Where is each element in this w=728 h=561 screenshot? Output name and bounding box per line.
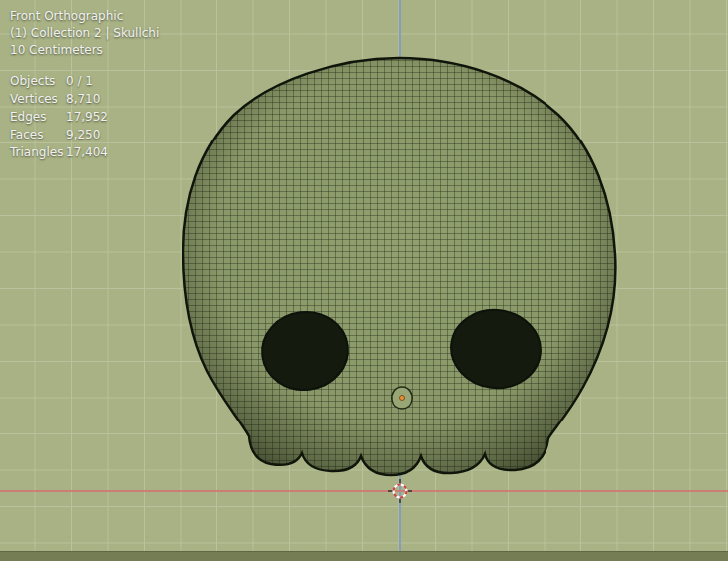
stats-label: Edges: [10, 108, 66, 126]
stats-label: Faces: [10, 126, 66, 143]
grid-scale-label: 10 Centimeters: [10, 42, 159, 59]
object-origin-dot: [400, 396, 405, 401]
stats-value: 17,952: [66, 108, 108, 126]
stats-label: Objects: [10, 72, 66, 90]
active-collection-label: (1) Collection 2 | Skullchi: [10, 25, 159, 42]
stats-value: 0 / 1: [66, 72, 93, 90]
stats-value: 9,250: [66, 126, 100, 143]
editor-divider-strip[interactable]: [0, 551, 728, 561]
stats-row-objects: Objects 0 / 1: [10, 72, 108, 90]
viewport-header: Front Orthographic (1) Collection 2 | Sk…: [10, 8, 159, 59]
skull-edge-shading: [183, 58, 615, 475]
skull-object[interactable]: [183, 58, 615, 475]
stats-label: Triangles: [10, 143, 66, 161]
view-name-label: Front Orthographic: [10, 8, 159, 25]
stats-row-edges: Edges 17,952: [10, 108, 108, 126]
stats-value: 17,404: [66, 143, 108, 161]
statistics-overlay: Objects 0 / 1 Vertices 8,710 Edges 17,95…: [10, 72, 108, 161]
3d-cursor: [388, 479, 412, 503]
mesh-layer: [0, 0, 728, 561]
stats-row-faces: Faces 9,250: [10, 126, 108, 143]
stats-label: Vertices: [10, 90, 66, 108]
stats-value: 8,710: [66, 90, 100, 108]
stats-row-triangles: Triangles 17,404: [10, 143, 108, 161]
stats-row-vertices: Vertices 8,710: [10, 90, 108, 108]
3d-viewport[interactable]: Front Orthographic (1) Collection 2 | Sk…: [0, 0, 728, 561]
